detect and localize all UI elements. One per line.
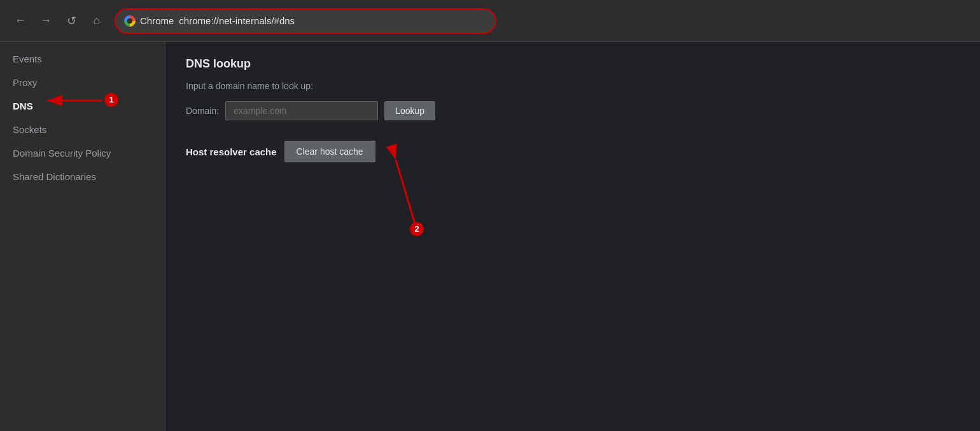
home-icon: ⌂ [94, 14, 101, 27]
address-bar[interactable]: Chrome chrome://net-internals/#dns [115, 8, 496, 34]
sidebar-item-proxy[interactable]: Proxy [0, 71, 165, 94]
svg-rect-2 [104, 93, 118, 107]
reload-button[interactable]: ↺ [61, 11, 81, 31]
domain-input[interactable] [225, 101, 378, 120]
sidebar-item-sockets[interactable]: Sockets [0, 118, 165, 141]
browser-toolbar: ← → ↺ ⌂ Chrome chrome://net-internals/#d… [0, 0, 980, 42]
content-area: DNS lookup Input a domain name to look u… [165, 42, 980, 431]
domain-lookup-row: Domain: Lookup [186, 101, 960, 120]
host-resolver-cache-row: Host resolver cache Clear host cache 2 [186, 141, 960, 162]
home-button[interactable]: ⌂ [87, 11, 107, 31]
site-favicon [123, 15, 136, 27]
dns-lookup-title: DNS lookup [186, 57, 960, 71]
sidebar: Events Proxy DNS 1 Sockets Domain Se [0, 42, 165, 431]
annotation-arrow-1: 1 [38, 92, 115, 115]
svg-text:2: 2 [414, 224, 419, 234]
clear-host-cache-button[interactable]: Clear host cache [284, 141, 375, 162]
svg-rect-6 [410, 222, 424, 236]
back-icon: ← [15, 14, 26, 27]
lookup-button[interactable]: Lookup [384, 101, 435, 120]
sidebar-item-dns[interactable]: DNS 1 [0, 94, 165, 118]
sidebar-item-domain-security-policy[interactable]: Domain Security Policy [0, 141, 165, 165]
back-button[interactable]: ← [10, 11, 31, 31]
reload-icon: ↺ [67, 14, 76, 28]
dns-lookup-description: Input a domain name to look up: [186, 81, 960, 91]
forward-button[interactable]: → [36, 11, 56, 31]
annotation-arrow-2: 2 [364, 147, 466, 236]
url-display: chrome://net-internals/#dns [179, 15, 487, 26]
forward-icon: → [40, 14, 52, 27]
main-layout: Events Proxy DNS 1 Sockets Domain Se [0, 42, 980, 431]
site-name-label: Chrome [140, 15, 174, 26]
svg-text:1: 1 [109, 95, 113, 104]
nav-buttons: ← → ↺ ⌂ [10, 11, 107, 31]
svg-line-5 [396, 160, 415, 223]
sidebar-item-events[interactable]: Events [0, 47, 165, 71]
host-resolver-cache-label: Host resolver cache [186, 146, 277, 157]
sidebar-item-shared-dictionaries[interactable]: Shared Dictionaries [0, 165, 165, 188]
domain-label: Domain: [186, 106, 219, 116]
